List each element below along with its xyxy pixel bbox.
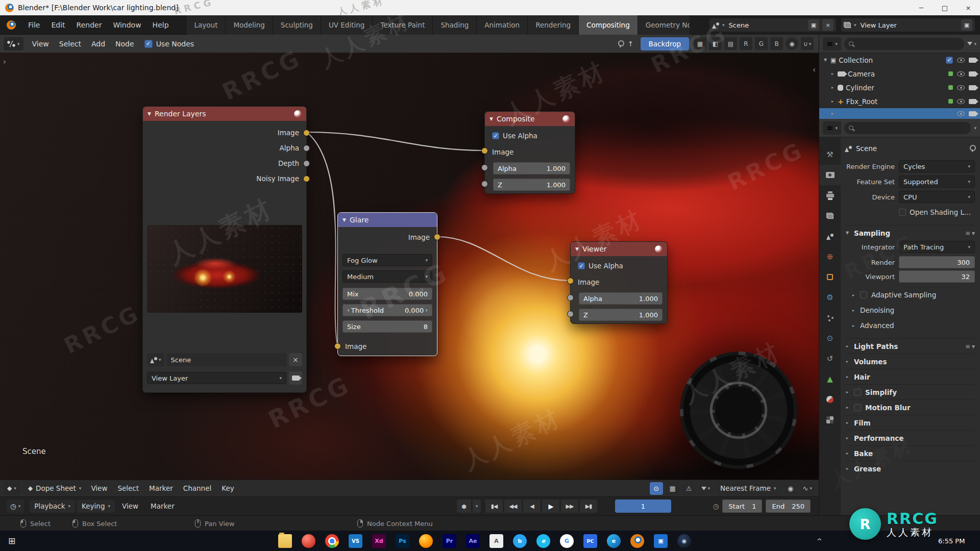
socket-in-alpha[interactable]	[481, 164, 488, 171]
channel-g-button[interactable]: G	[755, 37, 768, 50]
node-header-composite[interactable]: ▼ Composite	[485, 112, 575, 126]
properties-editor-type-button[interactable]: ≡ ▾	[823, 121, 841, 135]
previous-keyframe-button[interactable]: ◀◀	[504, 499, 522, 513]
viewport-samples-field[interactable]: 32	[899, 270, 975, 283]
play-button[interactable]: ▶	[542, 499, 559, 513]
alpha-value-field[interactable]: Alpha 1.000	[579, 292, 663, 305]
expand-icon[interactable]: ▸	[830, 85, 835, 90]
constraints-properties-tab[interactable]: ↺	[819, 348, 841, 369]
disable-render-icon[interactable]	[969, 58, 976, 63]
denoising-subpanel[interactable]: ▸ Denoising	[845, 303, 975, 318]
properties-filter-button[interactable]: ▾	[974, 126, 976, 131]
maximize-button[interactable]: □	[933, 0, 957, 15]
node-menu-view[interactable]: View	[27, 40, 54, 48]
next-keyframe-button[interactable]: ▶▶	[561, 499, 578, 513]
decrement-icon[interactable]: ‹	[347, 307, 350, 314]
size-slider[interactable]: Size 8	[342, 320, 432, 333]
item-label[interactable]: Cylinder	[846, 84, 874, 92]
preset-menu-icon[interactable]: ≡▾	[965, 230, 975, 237]
start-button[interactable]: ⊞	[0, 531, 23, 551]
hidden-toggle[interactable]: ▦	[666, 482, 679, 495]
blender-menu-button[interactable]	[0, 15, 22, 34]
mix-slider[interactable]: Mix 0.000	[342, 288, 432, 300]
tab-sculpting[interactable]: Sculpting	[273, 15, 321, 35]
node-glare[interactable]: ▼ Glare Image Fog Glow ▾ Medium ▾ Mix 0.…	[337, 212, 437, 356]
dope-menu-marker[interactable]: Marker	[144, 484, 178, 492]
hide-viewport-icon[interactable]	[957, 85, 965, 90]
keying-dropdown[interactable]: Keying ▾	[77, 500, 115, 513]
view-layer-selector[interactable]: ▾ View Layer ▣	[841, 18, 975, 32]
sampling-panel-header[interactable]: ▼ Sampling ≡▾	[845, 225, 975, 240]
menu-window[interactable]: Window	[107, 15, 146, 35]
disable-render-icon[interactable]	[969, 111, 976, 116]
texture-properties-tab[interactable]	[819, 410, 841, 430]
output-properties-tab[interactable]	[819, 185, 841, 206]
outliner-search-input[interactable]	[844, 38, 965, 50]
light-paths-panel[interactable]: ▸ Light Paths ≡▾	[845, 338, 975, 354]
toolbar-expand-icon[interactable]: ›	[3, 57, 6, 66]
tool-properties-tab[interactable]: ⚒	[819, 144, 841, 165]
file-explorer-icon[interactable]	[278, 534, 292, 548]
dope-menu-select[interactable]: Select	[112, 484, 144, 492]
tab-shading[interactable]: Shading	[433, 15, 477, 35]
physics-properties-tab[interactable]: ⊙	[819, 328, 841, 348]
backdrop-alpha-icon[interactable]: ◧	[709, 37, 722, 50]
backdrop-fit-icon[interactable]: ▤	[724, 37, 737, 50]
menu-edit[interactable]: Edit	[45, 15, 70, 35]
tab-rendering[interactable]: Rendering	[528, 15, 579, 35]
tab-modeling[interactable]: Modeling	[226, 15, 273, 35]
filter-dropdown-button[interactable]: ▾	[699, 482, 713, 495]
app-icon[interactable]: A	[489, 534, 503, 548]
tray-expand-icon[interactable]: ^	[817, 531, 822, 551]
expand-icon[interactable]: ▸	[830, 71, 835, 76]
dope-mode-dropdown[interactable]: ◆ Dope Sheet ▾	[23, 482, 86, 495]
pin-icon[interactable]	[969, 144, 975, 153]
alpha-value-field[interactable]: Alpha 1.000	[493, 162, 570, 174]
socket-out-depth[interactable]	[303, 160, 310, 167]
tab-animation[interactable]: Animation	[477, 15, 528, 35]
adaptive-sampling-checkbox[interactable]	[860, 291, 867, 298]
feature-set-dropdown[interactable]: Supported ▾	[899, 176, 975, 188]
playback-dropdown[interactable]: Playback ▾	[30, 500, 75, 513]
dope-menu-key[interactable]: Key	[216, 484, 239, 492]
dope-editor-type-button[interactable]: ◆ ▾	[4, 482, 20, 495]
tab-geometry-nodes[interactable]: Geometry Nod	[638, 15, 690, 35]
hair-panel[interactable]: ▸ Hair	[845, 369, 975, 384]
simplify-checkbox[interactable]	[854, 389, 861, 396]
dope-menu-channel[interactable]: Channel	[178, 484, 216, 492]
node-header-glare[interactable]: ▼ Glare	[338, 213, 437, 227]
timeline-editor-type-button[interactable]: ◷ ▾	[7, 499, 24, 513]
current-frame-field[interactable]: 1	[615, 499, 671, 513]
google-icon[interactable]: G	[560, 534, 574, 548]
socket-in-alpha[interactable]	[567, 294, 574, 301]
volumes-panel[interactable]: ▸ Volumes	[845, 354, 975, 369]
scene-browse-button[interactable]: ▾	[147, 353, 164, 366]
hide-viewport-icon[interactable]	[957, 71, 965, 77]
node-render-layers[interactable]: ▼ Render Layers Image Alpha Depth Noisy …	[142, 106, 307, 393]
unlink-scene-button[interactable]: ×	[289, 353, 302, 366]
object-properties-tab[interactable]	[819, 267, 841, 287]
film-panel[interactable]: ▸ Film	[845, 415, 975, 430]
proportional-edit-toggle[interactable]: ◉	[784, 482, 797, 495]
overlays-toggle-icon[interactable]: ◉	[786, 37, 798, 50]
node-menu-node[interactable]: Node	[110, 40, 139, 48]
tab-texture-paint[interactable]: Texture Paint	[373, 15, 433, 35]
internet-explorer-icon[interactable]: e	[536, 534, 550, 548]
preset-menu-icon[interactable]: ≡▾	[965, 343, 975, 350]
use-alpha-checkbox[interactable]: ✓	[492, 132, 499, 139]
render-layer-button[interactable]	[289, 371, 302, 385]
socket-out-image[interactable]	[434, 234, 440, 240]
vscode-icon[interactable]: VS	[349, 534, 362, 548]
falloff-dropdown[interactable]: ∿ ▾	[800, 482, 815, 495]
auto-key-dropdown[interactable]: ▾	[473, 499, 481, 513]
edge-icon[interactable]: e	[607, 534, 621, 548]
timeline-menu-marker[interactable]: Marker	[145, 502, 180, 510]
particles-properties-tab[interactable]	[819, 308, 841, 328]
start-frame-field[interactable]: Start 1	[722, 499, 762, 513]
outliner-item-selected-partial[interactable]: ▸	[819, 108, 980, 119]
item-label[interactable]: Fbx_Root	[846, 97, 878, 106]
item-label[interactable]: Collection	[839, 56, 873, 64]
hide-viewport-icon[interactable]	[957, 99, 965, 104]
socket-out-alpha[interactable]	[303, 145, 310, 152]
photoshop-icon[interactable]: Ps	[396, 534, 409, 548]
